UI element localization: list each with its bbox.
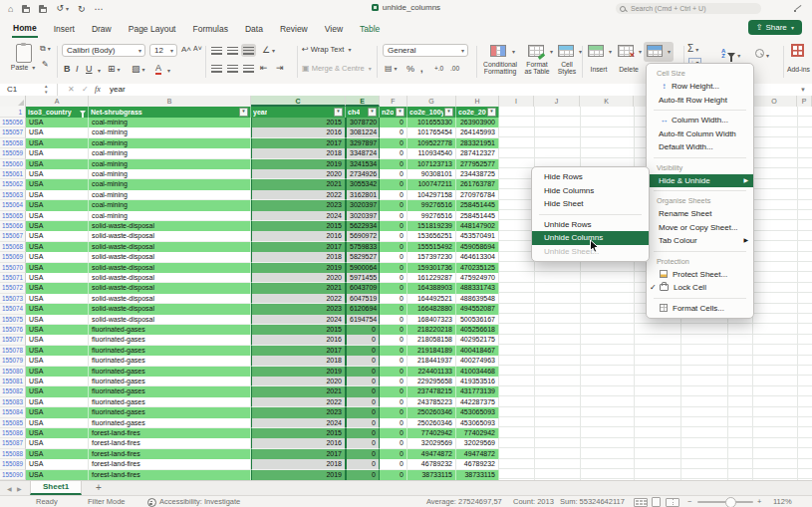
- row-header-155064[interactable]: 155064: [0, 200, 26, 210]
- cell-styles-button[interactable]: Cell Styles: [554, 61, 580, 76]
- cell[interactable]: 5900064: [346, 263, 380, 273]
- tab-home[interactable]: Home: [12, 19, 38, 38]
- cell[interactable]: 3020397: [346, 200, 380, 210]
- cell[interactable]: 0: [380, 325, 407, 335]
- cell[interactable]: 431773139: [456, 386, 499, 396]
- cell[interactable]: 161229287: [407, 273, 456, 283]
- row-header-155081[interactable]: 155081: [0, 377, 26, 386]
- filter-dropdown-icon[interactable]: ▼: [368, 108, 377, 117]
- cell[interactable]: fluorinated-gases: [89, 367, 251, 377]
- format-button[interactable]: ▾: [644, 42, 674, 62]
- cell[interactable]: 2015: [251, 428, 346, 438]
- cell[interactable]: solid-waste-disposal: [89, 252, 251, 262]
- name-box-stepper[interactable]: ▲▼: [44, 84, 48, 95]
- cell[interactable]: solid-waste-disposal: [89, 304, 251, 314]
- cell[interactable]: USA: [26, 386, 89, 396]
- cell[interactable]: 0: [346, 397, 380, 407]
- cell[interactable]: 442287375: [456, 397, 499, 407]
- formula-bar-collapse-icon[interactable]: ▼: [800, 84, 806, 96]
- cell[interactable]: 99276516: [407, 211, 456, 221]
- cell[interactable]: 6047519: [346, 294, 380, 304]
- cell[interactable]: 3020397: [346, 211, 380, 221]
- sheet-nav-right-icon[interactable]: ▶: [17, 485, 22, 492]
- cancel-icon[interactable]: ✕: [68, 84, 75, 96]
- cell[interactable]: 0: [380, 470, 407, 480]
- percent-style-button[interactable]: %: [406, 64, 414, 74]
- cell[interactable]: 0: [380, 304, 407, 314]
- cell[interactable]: 475924970: [456, 273, 499, 283]
- cell[interactable]: 283321951: [456, 138, 499, 148]
- cell[interactable]: 49474872: [407, 449, 456, 459]
- align-bottom-icon[interactable]: [241, 44, 256, 57]
- tab-insert[interactable]: Insert: [53, 20, 76, 37]
- cell[interactable]: 0: [346, 367, 380, 377]
- increase-decimal-icon[interactable]: +.0: [434, 65, 443, 72]
- cell[interactable]: solid-waste-disposal: [89, 283, 251, 293]
- align-top-icon[interactable]: [209, 44, 224, 57]
- row-header-155087[interactable]: 155087: [0, 438, 26, 448]
- cell[interactable]: USA: [26, 407, 89, 417]
- cell[interactable]: 224401133: [407, 367, 456, 377]
- cell[interactable]: 5971455: [346, 273, 380, 283]
- row-header-155063[interactable]: 155063: [0, 190, 26, 200]
- cell[interactable]: 5622934: [346, 221, 380, 231]
- cell[interactable]: USA: [26, 263, 89, 273]
- cell[interactable]: 0: [380, 263, 407, 273]
- cell[interactable]: 2016: [251, 231, 346, 241]
- row-header-155074[interactable]: 155074: [0, 304, 26, 314]
- row-header-155066[interactable]: 155066: [0, 221, 26, 231]
- menu-item-rename-sheet[interactable]: Rename Sheet: [647, 207, 753, 221]
- cell[interactable]: fluorinated-gases: [89, 397, 251, 407]
- cell[interactable]: 400418467: [456, 346, 499, 356]
- cell[interactable]: USA: [26, 118, 89, 127]
- cell[interactable]: 0: [380, 315, 407, 325]
- cell[interactable]: 2024: [251, 315, 346, 325]
- cell[interactable]: 2020: [251, 377, 346, 386]
- cell[interactable]: 46789232: [407, 459, 456, 469]
- cell[interactable]: 234438725: [456, 169, 499, 179]
- row-header-155089[interactable]: 155089: [0, 459, 26, 469]
- cell[interactable]: 2023: [251, 407, 346, 417]
- cell[interactable]: 32029569: [407, 438, 456, 448]
- cell[interactable]: 3297897: [346, 138, 380, 148]
- filter-dropdown-icon[interactable]: ▼: [396, 108, 405, 117]
- font-size-select[interactable]: 12▾: [149, 44, 177, 57]
- cell[interactable]: 2018: [251, 252, 346, 262]
- cell[interactable]: solid-waste-disposal: [89, 315, 251, 325]
- cell[interactable]: 2021: [251, 179, 346, 189]
- menu-item-hide-unhide[interactable]: Hide & Unhide▶: [647, 174, 753, 188]
- cell[interactable]: 0: [346, 346, 380, 356]
- cell[interactable]: USA: [26, 252, 89, 262]
- tab-table[interactable]: Table: [359, 20, 381, 37]
- cell[interactable]: 0: [380, 242, 407, 252]
- cell[interactable]: 77402942: [407, 428, 456, 438]
- row-header-155078[interactable]: 155078: [0, 346, 26, 356]
- cell[interactable]: USA: [26, 449, 89, 459]
- cell[interactable]: 99276516: [407, 200, 456, 210]
- cell[interactable]: 0: [380, 367, 407, 377]
- cell[interactable]: coal-mining: [89, 138, 251, 148]
- cell[interactable]: 2019: [251, 159, 346, 169]
- cell[interactable]: 0: [346, 356, 380, 366]
- cell[interactable]: 0: [380, 377, 407, 386]
- cell[interactable]: 250260346: [407, 407, 456, 417]
- cell[interactable]: 0: [380, 221, 407, 231]
- cell[interactable]: fluorinated-gases: [89, 335, 251, 345]
- cell[interactable]: 2021: [251, 386, 346, 396]
- table-header-cell-year[interactable]: year▼: [251, 107, 346, 118]
- row-header-155058[interactable]: 155058: [0, 138, 26, 148]
- cell[interactable]: fluorinated-gases: [89, 377, 251, 386]
- row-header-155069[interactable]: 155069: [0, 252, 26, 262]
- cell[interactable]: 2018: [251, 148, 346, 158]
- row-header-155060[interactable]: 155060: [0, 159, 26, 169]
- cell[interactable]: 109522778: [407, 138, 456, 148]
- cell[interactable]: 168407323: [407, 315, 456, 325]
- cell[interactable]: USA: [26, 283, 89, 293]
- table-header-cell-Net-shrubgrass[interactable]: Net-shrubgrass▼: [89, 107, 251, 118]
- cell[interactable]: 218441937: [407, 356, 456, 366]
- cell[interactable]: 2019: [251, 263, 346, 273]
- row-header-155070[interactable]: 155070: [0, 263, 26, 273]
- cell[interactable]: 2015: [251, 118, 346, 127]
- row-header-1[interactable]: 1: [0, 107, 26, 118]
- table-header-cell-co2e_20yr[interactable]: co2e_20yr▼: [456, 107, 499, 118]
